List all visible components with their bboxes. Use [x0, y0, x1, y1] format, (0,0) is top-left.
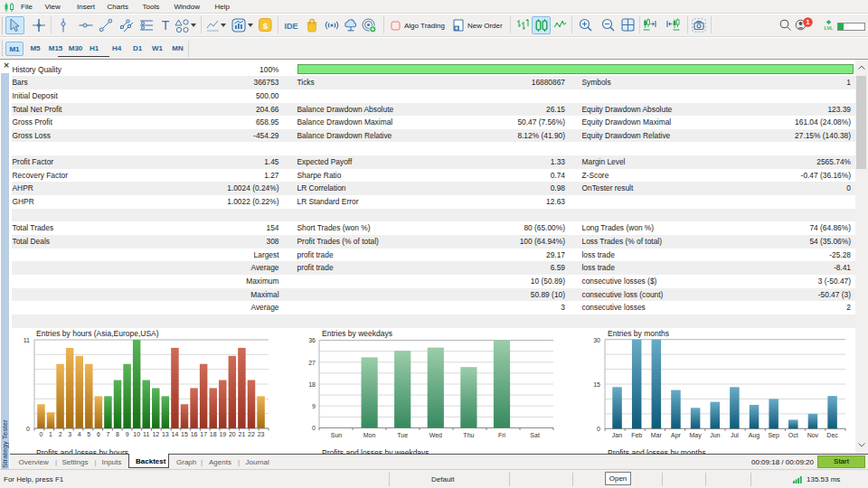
svg-text:$: $: [263, 21, 269, 31]
svg-text:Jan: Jan: [612, 432, 622, 438]
svg-text:13: 13: [162, 431, 169, 437]
svg-text:Tue: Tue: [397, 432, 408, 438]
svg-text:Apr: Apr: [671, 432, 682, 439]
svg-text:Mon: Mon: [363, 432, 376, 438]
svg-text:12: 12: [152, 431, 159, 437]
svg-text:Entries by weekdays: Entries by weekdays: [322, 329, 392, 338]
svg-text:Thu: Thu: [463, 432, 474, 438]
svg-text:30: 30: [593, 337, 600, 343]
svg-text:11: 11: [143, 431, 149, 437]
svg-text:IDE: IDE: [284, 22, 297, 31]
svg-text:Entries by months: Entries by months: [608, 329, 669, 338]
svg-text:Entries by hours (Asia,Europe,: Entries by hours (Asia,Europe,USA): [36, 329, 159, 338]
svg-text:Nov: Nov: [807, 432, 819, 438]
svg-text:Sep: Sep: [768, 432, 779, 439]
svg-text:5: 5: [87, 431, 90, 437]
svg-text:27: 27: [308, 360, 316, 366]
svg-text:Dec: Dec: [826, 432, 838, 438]
svg-text:17: 17: [200, 431, 207, 437]
svg-text:0: 0: [39, 431, 42, 437]
svg-text:Aug: Aug: [749, 432, 760, 439]
svg-text:9: 9: [312, 403, 316, 409]
svg-text:Oct: Oct: [788, 432, 798, 438]
svg-text:3: 3: [68, 431, 71, 437]
svg-text:20: 20: [229, 431, 236, 437]
svg-text:18: 18: [210, 431, 217, 437]
svg-text:16: 16: [191, 431, 198, 437]
svg-text:15: 15: [181, 431, 188, 437]
svg-text:10: 10: [133, 431, 140, 437]
svg-text:36: 36: [308, 337, 316, 343]
svg-text:Feb: Feb: [631, 432, 642, 438]
svg-text:15: 15: [593, 381, 600, 388]
svg-text:Jul: Jul: [731, 432, 739, 438]
svg-text:18: 18: [308, 381, 316, 388]
svg-text:9: 9: [126, 431, 129, 437]
svg-text:21: 21: [239, 431, 246, 437]
svg-text:14: 14: [172, 431, 179, 437]
svg-text:0: 0: [597, 426, 600, 432]
svg-text:2: 2: [59, 431, 62, 437]
svg-text:23: 23: [258, 431, 265, 437]
svg-text:T: T: [162, 18, 170, 33]
svg-text:1: 1: [49, 431, 52, 437]
svg-text:May: May: [689, 432, 702, 439]
svg-text:22: 22: [248, 431, 255, 437]
svg-text:LVL: LVL: [825, 25, 835, 31]
svg-text:8: 8: [116, 431, 119, 437]
svg-text:Sat: Sat: [530, 432, 540, 438]
svg-text:0: 0: [312, 425, 316, 431]
svg-text:1: 1: [806, 18, 810, 26]
svg-text:11: 11: [24, 337, 30, 343]
svg-text:Fri: Fri: [498, 432, 506, 438]
svg-text:6: 6: [97, 431, 100, 437]
svg-text:0: 0: [26, 426, 30, 432]
svg-text:Sun: Sun: [331, 432, 343, 438]
svg-text:7: 7: [106, 431, 109, 437]
svg-text:Wed: Wed: [429, 432, 442, 438]
svg-text:19: 19: [219, 431, 226, 437]
svg-text:4: 4: [78, 431, 81, 437]
svg-text:Mar: Mar: [651, 432, 663, 438]
svg-text:Jun: Jun: [710, 432, 720, 438]
